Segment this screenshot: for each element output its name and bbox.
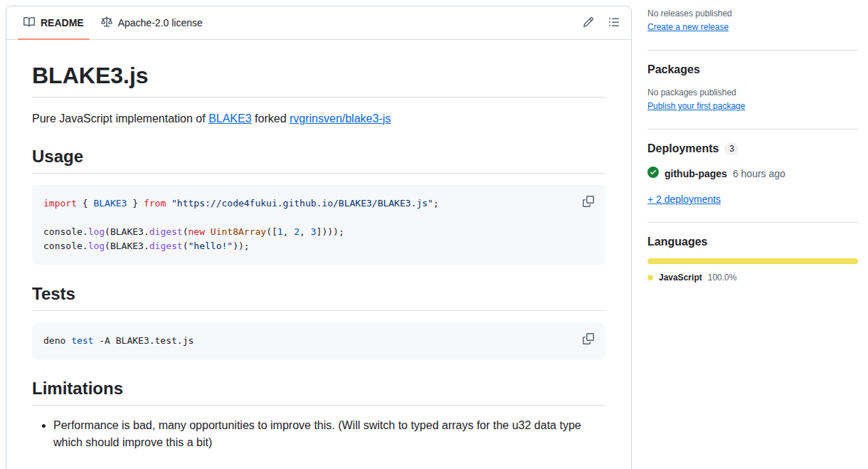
edit-readme-button[interactable]	[577, 11, 600, 34]
readme-card: README Apache-2.0 license BLAKE3	[6, 6, 632, 469]
book-icon	[23, 16, 35, 30]
usage-heading: Usage	[32, 146, 605, 174]
deployment-latest-row[interactable]: github-pages 6 hours ago	[647, 167, 858, 180]
usage-code-block: import { BLAKE3 } from "https://code4fuk…	[32, 185, 605, 265]
tests-code-block: deno test -A BLAKE3.test.js	[32, 322, 605, 359]
more-deployments-link[interactable]: + 2 deployments	[647, 193, 721, 206]
repo-overview-page: README Apache-2.0 license BLAKE3	[0, 0, 868, 469]
packages-heading: Packages	[647, 63, 858, 76]
deployments-section: Deployments 3 github-pages 6 hours ago +…	[647, 142, 858, 223]
copy-icon	[583, 333, 594, 347]
publish-package-link[interactable]: Publish your first package	[647, 100, 745, 113]
deployments-count-badge: 3	[724, 142, 739, 155]
fork-source-link[interactable]: rvgrinsven/blake3-js	[290, 112, 391, 125]
copy-icon	[583, 196, 594, 209]
tests-heading: Tests	[32, 283, 605, 311]
tab-readme[interactable]: README	[18, 6, 90, 39]
intro-text-before: Pure JavaScript implementation of	[32, 112, 208, 125]
tab-license[interactable]: Apache-2.0 license	[95, 6, 208, 39]
pencil-icon	[583, 16, 594, 30]
limitation-item: Performance is bad, many opportunities t…	[53, 417, 605, 451]
deployment-time: 6 hours ago	[733, 168, 785, 179]
limitations-heading: Limitations	[32, 378, 605, 406]
deployments-heading-row: Deployments 3	[647, 142, 858, 155]
languages-section: Languages JavaScript 100.0%	[647, 236, 858, 298]
languages-heading: Languages	[647, 236, 858, 248]
language-item-javascript[interactable]: JavaScript 100.0%	[647, 273, 858, 283]
copy-code-button[interactable]	[577, 328, 600, 351]
packages-empty-text: No packages published	[647, 86, 858, 100]
readme-tabbar: README Apache-2.0 license	[6, 6, 631, 40]
intro-paragraph: Pure JavaScript implementation of BLAKE3…	[32, 110, 605, 127]
intro-text-middle: forked	[252, 112, 290, 125]
tab-license-label: Apache-2.0 license	[118, 17, 203, 28]
outline-button[interactable]	[603, 11, 625, 34]
releases-section: No releases published Create a new relea…	[647, 7, 858, 51]
language-percent: 100.0%	[708, 273, 737, 283]
blake3-link[interactable]: BLAKE3	[208, 112, 251, 125]
deployment-env-name[interactable]: github-pages	[665, 168, 727, 179]
packages-section: Packages No packages published Publish y…	[647, 63, 858, 130]
tab-readme-label: README	[41, 17, 84, 28]
create-release-link[interactable]: Create a new release	[647, 21, 729, 34]
copy-code-button[interactable]	[577, 191, 600, 214]
language-bar[interactable]	[647, 258, 858, 264]
deployments-heading[interactable]: Deployments	[647, 142, 719, 155]
releases-empty-text: No releases published	[647, 7, 858, 21]
limitations-list: Performance is bad, many opportunities t…	[32, 417, 605, 451]
readme-title: BLAKE3.js	[32, 61, 605, 98]
law-icon	[101, 16, 112, 30]
language-name: JavaScript	[659, 273, 702, 283]
language-dot	[647, 275, 653, 280]
list-unordered-icon	[608, 16, 620, 30]
repo-sidebar: No releases published Create a new relea…	[647, 6, 858, 469]
check-circle-icon	[647, 167, 659, 180]
readme-body: BLAKE3.js Pure JavaScript implementation…	[6, 40, 631, 469]
